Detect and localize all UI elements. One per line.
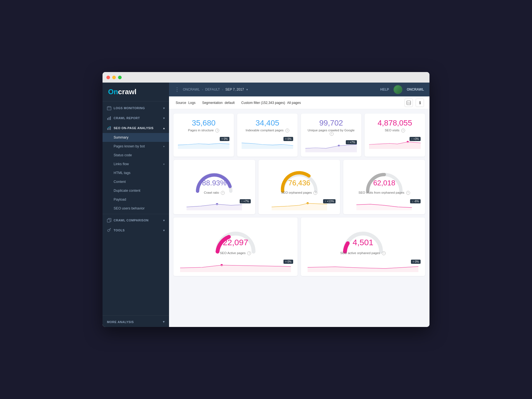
sidebar-item-duplicate-content[interactable]: Duplicate content [103,186,169,195]
sparkline-chart [178,260,293,272]
card-unique-pages-crawled: 99,702 Unique pages crawled by Google ? … [301,114,361,157]
sidebar-item-crawl-comparison[interactable]: CRAWL COMPARISON ▾ [103,215,169,225]
card-seo-active-orphaned: 4,501 SEO active orphaned pages ? = 0% [301,218,425,276]
card-crawl-ratio: 88.93% Crawl ratio ? ↑ +7% [173,160,255,214]
sidebar-item-html-tags[interactable]: HTML tags [103,168,169,177]
sidebar-item-tools[interactable]: TOOLS ▾ [103,225,169,235]
trend-badge: ↑ +7% [240,199,251,203]
nav-divider [103,214,169,214]
sparkline-container: ↑ +7% [305,140,357,154]
info-icon[interactable]: ? [406,191,410,195]
sidebar-item-crawl-report[interactable]: CRAWL REPORT ▾ [103,113,169,123]
info-icon[interactable]: ? [221,191,225,195]
topbar-right: HELP ONCRAWL [380,85,424,94]
svg-rect-8 [109,127,109,130]
sidebar-item-label: CRAWL COMPARISON [114,219,149,222]
sidebar-item-label: Pages known by bot [114,144,145,148]
maximize-button[interactable] [118,76,122,79]
sparkline-container: = 0% [242,137,293,150]
sidebar-item-status-code[interactable]: Status code [103,151,169,160]
source-label: Source [176,101,186,105]
content-area: 35,680 Pages in structure ? = 0% [169,109,429,327]
gauge-value-container: 62,018 [373,179,395,187]
gauge-container: 88.93% [178,165,251,189]
sidebar-item-label: Status code [114,153,132,157]
gauge-container: 22,097 [178,222,293,249]
help-link[interactable]: HELP [380,88,389,91]
card-seo-active-pages: 22,097 SEO Active pages ? = 0% [173,218,298,276]
info-icon[interactable]: ? [382,251,386,255]
main-content: ⋮ ONCRAWL › DEFAULT › SEP 7, 2017 ▾ HELP… [169,83,429,327]
source-value[interactable]: Logs [188,101,195,105]
card-label: Crawl ratio ? [178,191,251,195]
svg-marker-22 [272,203,327,210]
chevron-down-icon: ▾ [163,145,165,148]
chevron-down-icon: ▾ [163,163,165,166]
sparkline-chart [305,260,421,272]
breadcrumb-default[interactable]: DEFAULT [205,88,220,91]
filterbar: Source Logs Segmentation default Custom … [169,96,429,109]
menu-icon[interactable]: ⋮ [175,86,180,93]
user-avatar[interactable] [393,85,402,94]
sidebar-more-analysis[interactable]: MORE ANALYSIS ▾ [103,317,169,327]
card-label: SEO visits from orphaned pages ? [348,191,421,195]
minimize-button[interactable] [112,76,116,79]
pdf-export-button[interactable]: PDF [405,99,413,107]
sidebar-item-label: SEO ON-PAGE ANALYSIS [114,126,154,130]
window-controls [106,76,122,79]
card-label: SEO orphaned pages ? [263,191,336,195]
sidebar-item-payload[interactable]: Payload [103,195,169,204]
custom-filter-value[interactable]: All pages [287,101,301,105]
sidebar-item-label: Summary [114,135,128,139]
svg-rect-7 [107,128,108,130]
sidebar-bottom: MORE ANALYSIS ▾ [103,314,169,327]
sidebar-item-logs-monitoring[interactable]: LOGS MONITORING ▾ [103,103,169,113]
segmentation-value[interactable]: default [225,101,235,105]
segmentation-label: Segmentation [202,101,222,105]
topbar: ⋮ ONCRAWL › DEFAULT › SEP 7, 2017 ▾ HELP… [169,83,429,96]
card-label: SEO visits ? [369,129,421,132]
custom-filter: Custom filter (152,343 pages) All pages [240,101,301,105]
info-icon[interactable]: ? [285,129,289,132]
sparkline-chart [348,199,421,210]
gauge-value-container: 4,501 [352,238,373,247]
sidebar-item-seo-users-behavior[interactable]: SEO users behavior [103,204,169,213]
card-value: 34,405 [242,119,293,127]
sidebar-item-summary[interactable]: Summary [103,133,169,142]
info-icon[interactable]: ? [330,132,334,136]
sparkline-container: = 0% [305,260,421,273]
card-seo-visits-orphaned: 62,018 SEO visits from orphaned pages ? … [343,160,425,214]
sidebar-item-pages-known-by-bot[interactable]: Pages known by bot ▾ [103,142,169,151]
sidebar-item-links-flow[interactable]: Links flow ▾ [103,160,169,168]
sidebar-item-seo-on-page[interactable]: SEO ON-PAGE ANALYSIS ▴ [103,123,169,133]
sidebar-item-content[interactable]: Content [103,177,169,186]
info-button[interactable]: ℹ [416,99,424,107]
info-icon[interactable]: ? [215,129,219,132]
gauge-container: 76,436 [263,165,336,189]
close-button[interactable] [106,76,110,79]
svg-marker-18 [369,142,421,149]
info-icon[interactable]: ? [401,129,405,132]
sidebar-item-label: TOOLS [114,229,125,232]
info-icon: ℹ [419,101,421,105]
sparkline-container: ↑ +7% [178,199,251,211]
sparkline-container: ↓ -6% [348,199,421,211]
gauge-value: 76,436 [288,179,310,187]
custom-filter-label: Custom filter (152,343 pages) [241,101,285,105]
trend-badge: ↑ +7% [346,140,357,144]
trend-badge: = 0% [283,137,293,141]
info-icon[interactable]: ? [247,251,251,255]
logo: Oncrawl [108,88,163,96]
filter-actions: PDF ℹ [405,99,424,107]
breadcrumb-oncrawl[interactable]: ONCRAWL [183,88,200,91]
card-label: SEO active orphaned pages ? [305,251,421,255]
card-label: Indexable compliant pages ? [242,129,293,132]
card-value: 35,680 [178,119,229,127]
chevron-down-icon: ▾ [163,229,165,232]
breadcrumb-date[interactable]: SEP 7, 2017 [225,88,244,91]
date-dropdown-icon[interactable]: ▾ [246,88,248,91]
svg-marker-13 [178,144,229,149]
card-label: SEO Active pages ? [178,251,293,255]
info-icon[interactable]: ? [313,191,317,195]
gauge-value-container: 22,097 [223,238,248,247]
